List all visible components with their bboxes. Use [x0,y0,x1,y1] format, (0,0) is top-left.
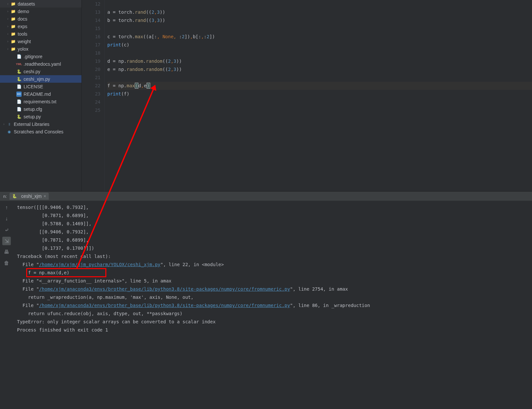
code-line[interactable] [107,25,532,33]
sidebar-item-label: weight [18,39,31,44]
sidebar-item-setup-cfg[interactable]: 📄setup.cfg [0,105,81,113]
code-line[interactable]: d = np.random.random((2,3)) [107,57,532,65]
folder-icon: 📁 [10,1,16,7]
chevron-icon: › [6,2,10,6]
sidebar-item-label: setup.py [24,114,41,119]
console-line: f = np.max(d,e) [17,269,528,277]
sidebar-item-label: .readthedocs.yaml [24,61,61,67]
external-libs-label: External Libraries [14,122,49,127]
arrow-down-icon[interactable]: ↓ [2,214,11,223]
sidebar-item-docs[interactable]: ›📁docs [0,15,81,23]
line-number[interactable]: 12 [82,0,100,8]
line-number[interactable]: 24 [82,98,100,106]
editor-area: 1213141516171819202122232425 a = torch.r… [82,0,532,191]
console-line: Process finished with exit code 1 [17,326,528,334]
run-tab[interactable]: 🐍 ceshi_xjm × [9,193,49,200]
sidebar-item-LICENSE[interactable]: 📄LICENSE [0,83,81,90]
code-line[interactable]: print(c) [107,41,532,49]
sidebar-item-weight[interactable]: ›📁weight [0,38,81,45]
code-line[interactable] [107,49,532,57]
folder-icon: 📁 [10,16,16,22]
console-line: [[0.9406, 0.7932], [17,228,528,236]
line-number[interactable]: 15 [82,25,100,33]
line-number[interactable]: 22 [82,82,100,90]
sidebar-item-ceshi_xjm-py[interactable]: 🐍ceshi_xjm.py [0,75,81,83]
folder-icon: 📁 [10,46,16,52]
code-line[interactable]: a = torch.rand((2,3)) [107,8,532,16]
line-number[interactable]: 18 [82,49,100,57]
console-line: tensor([[[0.9406, 0.7932], [17,203,528,212]
sidebar-item-exps[interactable]: ›📁exps [0,23,81,30]
sidebar-item-label: demo [18,9,29,14]
console-line: File "<__array_function__ internals>", l… [17,277,528,285]
main-area: ›📁datasets›📁demo›📁docs›📁exps›📁tools›📁wei… [0,0,532,191]
library-icon: ⫴ [7,122,12,127]
code-line[interactable]: e = np.random.random((2,3)) [107,65,532,74]
close-icon[interactable]: × [44,194,46,199]
file-link[interactable]: /home/xjm/anaconda3/envs/brother_base/li… [39,286,290,292]
chevron-icon: › [6,17,10,21]
line-number[interactable]: 17 [82,41,100,49]
sidebar-item-yolox[interactable]: ›📁yolox [0,45,81,53]
run-tab-bar: n: 🐍 ceshi_xjm × [0,192,532,201]
file-link[interactable]: /home/xjm/xjm/xjm_pycharm/YOLOX/ceshi_xj… [39,262,160,267]
sidebar-item-label: exps [18,24,27,29]
python-icon: 🐍 [16,114,22,119]
console-output[interactable]: tensor([[[0.9406, 0.7932], [0.7871, 0.68… [13,201,532,409]
print-icon[interactable]: 🖶 [2,248,11,256]
sidebar-item--readthedocs-yaml[interactable]: YML.readthedocs.yaml [0,60,81,68]
scratches-consoles[interactable]: ◉ Scratches and Consoles [0,128,81,135]
folder-icon: 📁 [10,9,16,14]
wrap-icon[interactable]: ⤶ [2,226,11,234]
code-line[interactable]: f = np.max(d,e) [107,82,532,90]
code-line[interactable]: c = torch.max((a[:, None, :2]),b[:,:2]) [107,33,532,41]
yaml-icon: YML [16,61,22,67]
line-gutter[interactable]: 1213141516171819202122232425 [82,0,105,191]
code-line[interactable] [107,0,532,8]
sidebar-item-requirements-txt[interactable]: 📄requirements.txt [0,98,81,105]
sidebar-item--gitignore[interactable]: 📄.gitignore [0,53,81,60]
code-line[interactable] [107,74,532,82]
markdown-icon: MD [16,92,22,97]
python-icon: 🐍 [16,69,22,74]
chevron-icon: › [6,9,10,13]
sidebar-item-label: LICENSE [24,84,43,89]
chevron-icon: › [6,32,10,36]
line-number[interactable]: 19 [82,57,100,65]
sidebar-item-demo[interactable]: ›📁demo [0,8,81,15]
code-line[interactable]: print(f) [107,90,532,98]
sidebar-item-README-md[interactable]: MDREADME.md [0,90,81,98]
code-editor[interactable]: a = torch.rand((2,3))b = torch.rand((3,3… [105,0,532,191]
project-sidebar[interactable]: ›📁datasets›📁demo›📁docs›📁exps›📁tools›📁wei… [0,0,82,191]
sidebar-item-label: yolox [18,46,28,52]
sidebar-item-ceshi-py[interactable]: 🐍ceshi.py [0,68,81,75]
scroll-icon[interactable]: ⇲ [2,237,11,245]
code-line[interactable]: b = torch.rand((3,3)) [107,16,532,25]
sidebar-item-tools[interactable]: ›📁tools [0,30,81,38]
scratch-icon: ◉ [7,129,12,134]
external-libraries[interactable]: › ⫴ External Libraries [0,120,81,128]
console-line: [0.1737, 0.1700]]]) [17,244,528,252]
python-icon: 🐍 [16,77,22,82]
arrow-up-icon[interactable]: ↑ [2,203,11,212]
code-line[interactable] [107,106,532,114]
sidebar-item-label: docs [18,16,27,22]
sidebar-item-datasets[interactable]: ›📁datasets [0,0,81,8]
run-body: ↑ ↓ ⤶ ⇲ 🖶 🗑 tensor([[[0.9406, 0.7932], [… [0,201,532,409]
line-number[interactable]: 25 [82,106,100,114]
trash-icon[interactable]: 🗑 [2,259,11,267]
line-number[interactable]: 23 [82,90,100,98]
file-link[interactable]: /home/xjm/anaconda3/envs/brother_base/li… [39,303,290,308]
chevron-icon: › [6,40,10,43]
console-line: File "/home/xjm/anaconda3/envs/brother_b… [17,301,528,310]
sidebar-item-setup-py[interactable]: 🐍setup.py [0,113,81,120]
console-line: return ufunc.reduce(obj, axis, dtype, ou… [17,310,528,318]
console-line: File "/home/xjm/xjm/xjm_pycharm/YOLOX/ce… [17,261,528,269]
scratches-label: Scratches and Consoles [14,129,63,134]
line-number[interactable]: 20 [82,65,100,74]
line-number[interactable]: 16 [82,33,100,41]
line-number[interactable]: 21 [82,74,100,82]
line-number[interactable]: 13 [82,8,100,16]
line-number[interactable]: 14 [82,16,100,25]
code-line[interactable] [107,98,532,106]
